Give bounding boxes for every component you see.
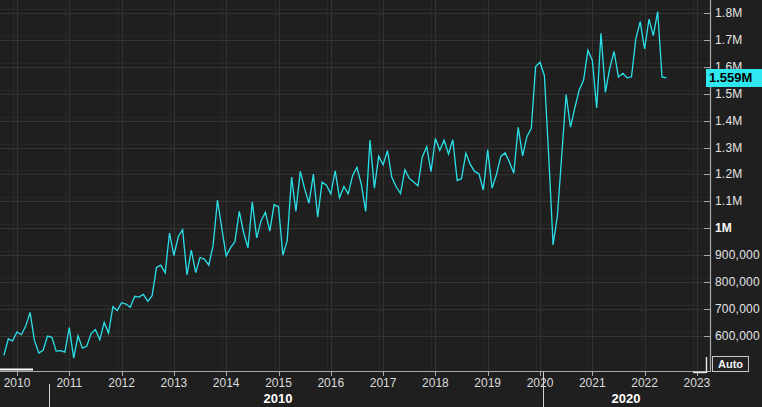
x-tick-label: 2020 [527,376,554,390]
x-tick-label: 2023 [684,376,711,390]
y-tick-label: 1M [715,222,732,235]
y-tick-label: 800,000 [715,276,760,289]
y-tick-label: 1.5M [715,87,742,100]
x-tick-label: 2015 [265,376,292,390]
x-tick-label: 2022 [631,376,658,390]
x-tick-label: 2011 [56,376,82,390]
y-tick-label: 600,000 [715,329,760,342]
x-tick-label: 2012 [108,376,135,390]
x-tick-label: 2017 [370,376,397,390]
x-tick-label: 2019 [474,376,501,390]
x-tick-label: 2014 [213,376,240,390]
y-tick-label: 700,000 [715,302,760,315]
decade-label: 2010 [264,391,293,406]
decade-label: 2020 [612,391,641,406]
x-tick-label: 2016 [317,376,344,390]
y-tick-label: 1.4M [715,114,742,127]
y-tick-label: 1.3M [715,141,742,154]
y-tick-label: 1.8M [715,7,742,20]
terminal-price-chart[interactable]: 1.8M1.7M1.6M1.5M1.4M1.3M1.2M1.1M1M900,00… [0,0,762,407]
y-tick-label: 1.2M [715,168,742,181]
y-tick-label: 1.7M [715,33,742,46]
last-value-badge: 1.559M [706,69,762,87]
y-tick-label: 1.1M [715,195,742,208]
auto-scale-button[interactable]: Auto [712,356,749,372]
x-tick-label: 2021 [579,376,606,390]
x-tick-label: 2010 [4,376,31,390]
x-tick-label: 2018 [422,376,449,390]
x-tick-label: 2013 [161,376,188,390]
line-plot-canvas [0,0,762,407]
y-tick-label: 900,000 [715,249,760,262]
